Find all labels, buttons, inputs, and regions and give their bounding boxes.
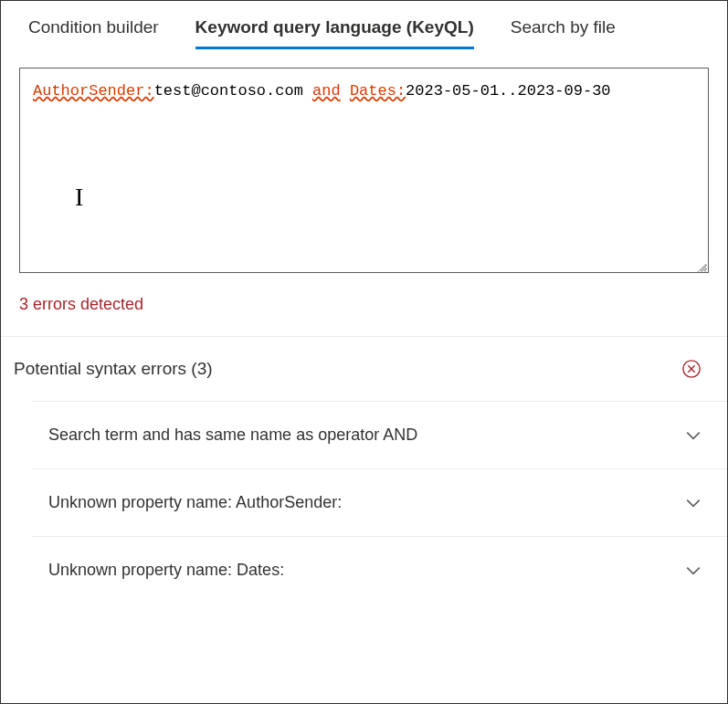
error-item[interactable]: Unknown property name: AuthorSender: [32, 468, 727, 536]
query-value: 2023-05-01..2023-09-30 [406, 82, 610, 100]
chevron-down-icon [685, 427, 702, 444]
query-property: Dates: [350, 82, 406, 100]
resize-handle-icon[interactable] [695, 259, 706, 270]
tab-condition-builder[interactable]: Condition builder [28, 17, 159, 49]
query-input[interactable]: AuthorSender:test@contoso.com and Dates:… [19, 68, 709, 273]
error-item[interactable]: Search term and has same name as operato… [32, 401, 727, 468]
error-list: Search term and has same name as operato… [1, 401, 727, 604]
error-message: Unknown property name: Dates: [48, 561, 284, 580]
tab-keyql[interactable]: Keyword query language (KeyQL) [195, 17, 474, 49]
error-message: Unknown property name: AuthorSender: [48, 493, 342, 512]
tab-search-by-file[interactable]: Search by file [511, 17, 616, 49]
section-title: Potential syntax errors (3) [14, 359, 213, 379]
query-operator: and [312, 82, 341, 100]
syntax-errors-header: Potential syntax errors (3) [1, 337, 727, 401]
error-item[interactable]: Unknown property name: Dates: [32, 536, 727, 604]
error-summary: 3 errors detected [1, 273, 727, 336]
query-property: AuthorSender: [33, 82, 154, 100]
tab-bar: Condition builder Keyword query language… [1, 1, 727, 49]
query-value: test@contoso.com [154, 82, 303, 100]
close-icon[interactable] [681, 359, 702, 379]
chevron-down-icon [685, 495, 702, 511]
query-area: AuthorSender:test@contoso.com and Dates:… [19, 68, 709, 273]
chevron-down-icon [685, 562, 702, 579]
error-message: Search term and has same name as operato… [48, 426, 417, 445]
text-cursor-icon: I [75, 178, 83, 216]
